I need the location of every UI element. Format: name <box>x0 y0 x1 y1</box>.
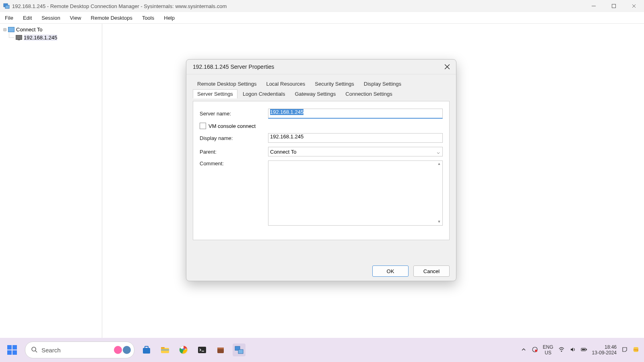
label-parent: Parent: <box>200 149 268 155</box>
taskbar-terminal-icon[interactable] <box>196 343 208 356</box>
svg-rect-31 <box>586 349 587 350</box>
menu-file[interactable]: File <box>0 13 18 23</box>
menubar: File Edit Session View Remote Desktops T… <box>0 12 644 24</box>
tab-remote-desktop-settings[interactable]: Remote Desktop Settings <box>193 79 261 88</box>
tree-child-label: 192.168.1.245 <box>24 35 57 41</box>
taskbar-app-icon[interactable] <box>214 343 227 356</box>
scroll-down-icon[interactable]: ▼ <box>437 220 442 224</box>
system-tray: ENG US 18:46 13-09-2024 PRE <box>520 344 644 356</box>
close-button[interactable] <box>624 0 644 12</box>
tray-notifications-icon[interactable] <box>621 346 628 354</box>
chevron-down-icon <box>437 150 440 156</box>
tab-server-settings[interactable]: Server Settings <box>193 89 237 99</box>
tab-gateway-settings[interactable]: Gateway Settings <box>290 89 340 99</box>
dialog-close-button[interactable] <box>438 60 456 74</box>
tray-battery-icon[interactable] <box>581 346 587 354</box>
dialog-titlebar: 192.168.1.245 Server Properties <box>186 60 456 74</box>
svg-rect-8 <box>7 345 12 350</box>
svg-rect-3 <box>612 4 616 8</box>
tree-root-label: Connect To <box>16 27 43 33</box>
maximize-button[interactable] <box>604 0 624 12</box>
menu-view[interactable]: View <box>65 13 86 23</box>
label-server-name: Server name: <box>200 111 268 117</box>
label-display-name: Display name: <box>200 135 268 141</box>
svg-rect-10 <box>7 350 12 355</box>
tray-extra-icon[interactable]: PRE <box>633 346 639 354</box>
menu-edit[interactable]: Edit <box>18 13 37 23</box>
svg-line-13 <box>35 351 37 352</box>
label-vm-console: VM console connect <box>208 123 256 129</box>
tray-wifi-icon[interactable] <box>558 346 565 354</box>
cancel-button[interactable]: Cancel <box>413 265 450 277</box>
tab-display-settings[interactable]: Display Settings <box>359 79 406 88</box>
taskbar-rdcman-icon[interactable] <box>233 343 246 356</box>
menu-tools[interactable]: Tools <box>137 13 159 23</box>
tab-local-resources[interactable]: Local Resources <box>262 79 310 88</box>
svg-rect-14 <box>143 348 150 354</box>
taskbar-chrome-icon[interactable] <box>177 343 190 356</box>
svg-rect-32 <box>582 349 585 350</box>
svg-rect-1 <box>5 5 9 8</box>
label-comment: Comment: <box>200 160 268 167</box>
select-parent[interactable]: Connect To <box>268 147 443 156</box>
folder-icon <box>8 27 14 32</box>
tray-status-icon[interactable] <box>532 346 538 354</box>
input-display-name[interactable]: 192.168.1.245 <box>268 133 443 143</box>
checkbox-vm-console[interactable] <box>200 123 206 129</box>
dialog-body: Remote Desktop Settings Local Resources … <box>186 74 456 261</box>
collapse-icon[interactable]: ⊟ <box>2 27 7 32</box>
tab-logon-credentials[interactable]: Logon Credentials <box>238 89 290 99</box>
connection-tree: ⊟ Connect To 192.168.1.245 <box>0 24 102 338</box>
svg-rect-9 <box>12 345 17 350</box>
taskbar: Search ENG US 18:46 13-09-2024 PRE <box>0 338 644 362</box>
ok-button[interactable]: OK <box>372 265 409 277</box>
monitor-icon <box>16 35 22 40</box>
search-placeholder: Search <box>41 347 61 354</box>
tray-language[interactable]: ENG US <box>543 344 553 356</box>
menu-help[interactable]: Help <box>159 13 180 23</box>
svg-rect-15 <box>145 346 148 348</box>
svg-point-28 <box>535 350 537 352</box>
dialog-tabs: Remote Desktop Settings Local Resources … <box>193 79 450 99</box>
scroll-up-icon[interactable]: ▲ <box>437 162 442 167</box>
svg-rect-18 <box>161 350 169 350</box>
tree-server-item[interactable]: 192.168.1.245 <box>0 33 102 41</box>
menu-remote-desktops[interactable]: Remote Desktops <box>86 13 137 23</box>
tray-clock[interactable]: 18:46 13-09-2024 <box>592 344 617 356</box>
window-title: 192.168.1.245 - Remote Desktop Connectio… <box>12 3 227 9</box>
svg-rect-21 <box>198 347 206 353</box>
app-icon <box>3 3 10 9</box>
search-icon <box>31 346 37 354</box>
taskbar-pinned <box>140 343 246 356</box>
app-window: 192.168.1.245 - Remote Desktop Connectio… <box>0 0 644 338</box>
svg-point-29 <box>561 350 562 352</box>
tray-overflow-icon[interactable] <box>520 346 527 354</box>
svg-rect-26 <box>238 350 243 354</box>
minimize-button[interactable] <box>584 0 604 12</box>
svg-point-12 <box>32 347 36 351</box>
start-button[interactable] <box>4 342 20 358</box>
search-highlights-icon <box>114 346 131 354</box>
content-area: ⊟ Connect To 192.168.1.245 192.168.1.245… <box>0 24 644 338</box>
tree-connector-icon <box>9 33 14 38</box>
server-properties-dialog: 192.168.1.245 Server Properties Remote D… <box>186 59 456 281</box>
tab-security-settings[interactable]: Security Settings <box>310 79 359 88</box>
dialog-button-row: OK Cancel <box>186 261 456 281</box>
menu-session[interactable]: Session <box>37 13 65 23</box>
svg-rect-17 <box>161 347 165 349</box>
taskbar-explorer-icon[interactable] <box>159 343 171 356</box>
svg-rect-11 <box>12 350 17 355</box>
textarea-comment[interactable]: ▲ ▼ <box>268 160 443 226</box>
taskbar-search[interactable]: Search <box>25 341 134 358</box>
tab-panel-server-settings: Server name: 192.168.1.245 VM console co… <box>193 101 450 240</box>
titlebar: 192.168.1.245 - Remote Desktop Connectio… <box>0 0 644 12</box>
svg-text:PRE: PRE <box>634 349 638 351</box>
tray-volume-icon[interactable] <box>570 346 576 354</box>
dialog-title-text: 192.168.1.245 Server Properties <box>193 64 274 70</box>
taskbar-store-icon[interactable] <box>140 343 153 356</box>
select-parent-value: Connect To <box>270 149 297 155</box>
input-server-name[interactable]: 192.168.1.245 <box>268 109 443 119</box>
tab-connection-settings[interactable]: Connection Settings <box>341 89 396 99</box>
tree-root[interactable]: ⊟ Connect To <box>0 25 102 33</box>
svg-rect-24 <box>217 348 224 349</box>
